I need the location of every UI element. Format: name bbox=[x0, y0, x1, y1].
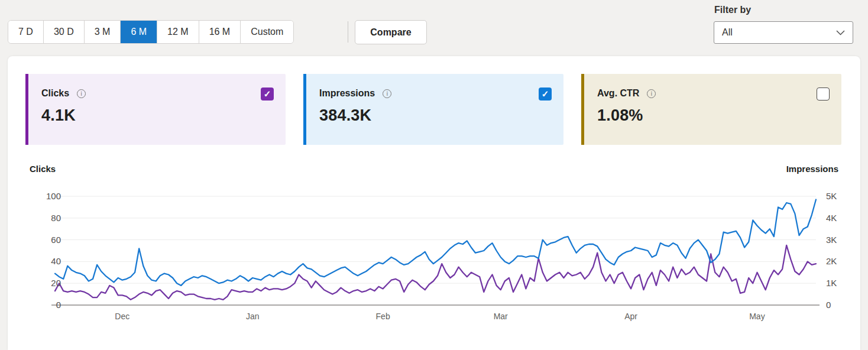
x-axis-tick: Jan bbox=[246, 312, 260, 321]
metric-cards-row: Clicks i ✓ 4.1K Impressions i ✓ 384.3K A… bbox=[25, 74, 841, 145]
x-axis-tick: Mar bbox=[494, 312, 508, 321]
left-axis-title: Clicks bbox=[30, 164, 56, 174]
x-axis-tick: Dec bbox=[115, 312, 129, 321]
left-axis-tick: 100 bbox=[27, 190, 61, 202]
filter-dropdown[interactable]: All bbox=[714, 21, 853, 44]
filter-dropdown-value: All bbox=[722, 27, 733, 38]
range-button-6m[interactable]: 6 M bbox=[120, 21, 157, 43]
left-axis-tick: 0 bbox=[27, 299, 61, 311]
right-axis-tick: 0 bbox=[826, 299, 856, 311]
card-title: Clicks bbox=[41, 88, 69, 99]
clicks-checkbox[interactable]: ✓ bbox=[261, 88, 274, 101]
card-clicks: Clicks i ✓ 4.1K bbox=[25, 74, 286, 145]
card-value: 1.08% bbox=[597, 106, 830, 125]
impressions-line bbox=[55, 200, 816, 286]
card-impressions: Impressions i ✓ 384.3K bbox=[303, 74, 563, 145]
card-accent-bar bbox=[25, 74, 28, 145]
toolbar-divider bbox=[348, 21, 348, 43]
card-value: 4.1K bbox=[41, 106, 274, 125]
card-accent-bar bbox=[581, 74, 584, 145]
right-axis-tick: 5K bbox=[826, 190, 856, 202]
info-icon[interactable]: i bbox=[77, 89, 86, 98]
info-icon[interactable]: i bbox=[647, 89, 656, 98]
card-value: 384.3K bbox=[319, 106, 552, 125]
clicks-line bbox=[55, 245, 816, 300]
range-button-7d[interactable]: 7 D bbox=[8, 21, 43, 43]
x-axis-tick: May bbox=[749, 312, 765, 321]
left-axis-tick: 60 bbox=[27, 234, 61, 246]
left-axis-tick: 80 bbox=[27, 212, 61, 224]
card-title: Impressions bbox=[319, 88, 375, 99]
date-range-group: 7 D30 D3 M6 M12 M16 MCustom bbox=[8, 20, 294, 44]
right-axis-tick: 2K bbox=[826, 255, 856, 267]
range-button-12m[interactable]: 12 M bbox=[157, 21, 199, 43]
chevron-down-icon bbox=[836, 30, 845, 35]
left-axis-tick: 20 bbox=[27, 277, 61, 289]
info-icon[interactable]: i bbox=[383, 89, 391, 98]
right-axis-tick: 3K bbox=[826, 234, 856, 246]
filter-by-label: Filter by bbox=[714, 5, 751, 15]
card-title: Avg. CTR bbox=[597, 88, 639, 99]
left-axis-tick: 40 bbox=[27, 255, 61, 267]
card-accent-bar bbox=[303, 74, 306, 145]
range-button-16m[interactable]: 16 M bbox=[199, 21, 241, 43]
range-button-custom[interactable]: Custom bbox=[240, 21, 293, 43]
x-axis-tick: Feb bbox=[376, 312, 390, 321]
range-button-30d[interactable]: 30 D bbox=[43, 21, 84, 43]
line-chart-plot bbox=[55, 196, 816, 306]
range-button-3m[interactable]: 3 M bbox=[84, 21, 121, 43]
analytics-dashboard: 7 D30 D3 M6 M12 M16 MCustom Compare Filt… bbox=[0, 0, 868, 350]
x-axis-tick: Apr bbox=[624, 312, 637, 321]
right-axis-title: Impressions bbox=[786, 164, 838, 174]
avg-ctr-checkbox[interactable] bbox=[817, 88, 830, 101]
card-avg-ctr: Avg. CTR i 1.08% bbox=[581, 74, 841, 145]
compare-button[interactable]: Compare bbox=[355, 20, 427, 44]
right-axis-tick: 1K bbox=[826, 277, 856, 289]
right-axis-tick: 4K bbox=[826, 212, 856, 224]
impressions-checkbox[interactable]: ✓ bbox=[539, 88, 552, 101]
